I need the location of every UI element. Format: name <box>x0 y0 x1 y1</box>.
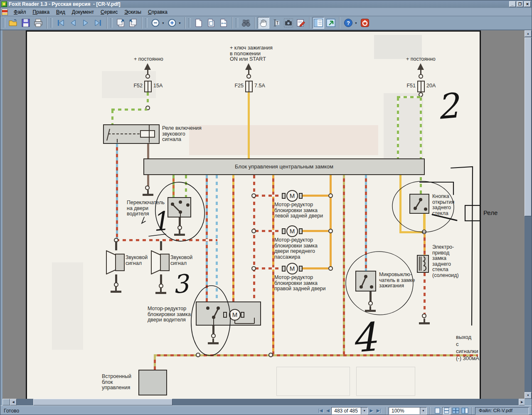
previous-view-button[interactable] <box>115 17 126 29</box>
single-page-layout-button[interactable] <box>433 407 441 415</box>
vertical-scrollbar[interactable]: ▲ ▼ <box>525 30 532 399</box>
toolbar-grip[interactable] <box>236 18 238 27</box>
scroll-down-button[interactable]: ▼ <box>525 392 532 399</box>
horizontal-scrollbar[interactable]: ◀ ▶ <box>2 399 525 405</box>
svg-text:T: T <box>276 21 278 25</box>
zoom-combo[interactable]: 100% ▼ <box>389 407 427 415</box>
toolbar-grip[interactable] <box>188 18 191 27</box>
status-next-page-button[interactable]: ▶ <box>368 408 374 413</box>
ignition-microswitch-label: Микровыклю- чатель в замке зажигания <box>379 272 415 289</box>
exit-power-icon <box>360 18 370 28</box>
horizontal-scroll-thumb[interactable] <box>33 399 172 405</box>
menu-view[interactable]: Вид <box>53 8 69 16</box>
snapshot-camera-icon <box>283 18 293 28</box>
bleed-through-artifact <box>374 35 422 59</box>
zoom-out-button[interactable] <box>150 17 161 29</box>
zoom-in-dropdown[interactable]: ▼ <box>178 22 181 25</box>
scrollbar-corner <box>525 399 532 405</box>
ground-symbol <box>111 287 121 294</box>
foxit-app-icon[interactable] <box>1 1 7 7</box>
fit-page-button[interactable] <box>205 17 217 29</box>
status-first-page-button[interactable]: |◀ <box>316 408 324 413</box>
ground-symbol <box>174 230 185 237</box>
restore-button[interactable]: ❐ <box>517 1 523 7</box>
menu-help[interactable]: Справка <box>145 8 171 16</box>
close-button[interactable]: ✕ <box>524 1 531 7</box>
goto-view-button[interactable] <box>325 17 337 29</box>
minimize-button[interactable]: _ <box>509 1 516 7</box>
prev-page-icon <box>68 18 78 28</box>
window-title: Foxit Reader 1.3 - Русская версия - [CR-… <box>9 1 121 7</box>
toolbar-grip[interactable] <box>50 18 53 27</box>
actual-size-button[interactable] <box>193 17 204 29</box>
single-page-icon <box>435 408 440 414</box>
menu-edit[interactable]: Правка <box>30 8 53 16</box>
continuous-facing-layout-button[interactable] <box>461 407 469 415</box>
zoom-out-dropdown[interactable]: ▼ <box>162 22 165 25</box>
zoom-in-button[interactable] <box>166 17 178 29</box>
fit-width-button[interactable] <box>218 17 229 29</box>
fuse-f25-name: F25 <box>231 83 244 89</box>
hand-tool-button[interactable] <box>258 17 269 29</box>
select-text-button[interactable]: T <box>270 17 282 29</box>
status-text: Готово <box>4 408 19 414</box>
page-number-value[interactable]: 483 of 485 <box>332 408 361 414</box>
annotation-number-2: 2 <box>435 86 460 127</box>
binoculars-icon <box>241 18 251 28</box>
menu-thumbnails[interactable]: Эскизы <box>121 8 145 16</box>
solenoid-coil-icon <box>418 256 428 272</box>
last-page-icon <box>93 18 103 28</box>
page-number-dropdown[interactable]: ▼ <box>361 408 367 414</box>
annotation-number-1: 1 <box>150 205 170 237</box>
find-button[interactable] <box>240 17 252 29</box>
bleed-through-artifact <box>52 262 83 350</box>
next-view-button[interactable] <box>127 17 139 29</box>
scroll-left-button[interactable]: ◀ <box>10 399 17 405</box>
help-button[interactable]: ? <box>342 17 354 29</box>
horn-symbol <box>151 250 170 274</box>
toolbar-grip[interactable] <box>145 18 148 27</box>
ground-symbol <box>155 288 166 295</box>
relay-symbol <box>104 125 158 143</box>
horn-symbol <box>106 250 125 274</box>
vertical-scroll-thumb[interactable] <box>525 37 532 216</box>
fuse-f52-rating: 15A <box>153 83 163 89</box>
open-button[interactable] <box>7 17 19 29</box>
continuous-layout-button[interactable] <box>442 407 451 415</box>
next-page-button[interactable] <box>80 17 91 29</box>
svg-text:?: ? <box>347 20 350 26</box>
toolbar-grip[interactable] <box>3 18 5 27</box>
rear-window-button-label: Кнопка открытия заднего стекла <box>432 194 454 216</box>
driver-door-switch-box <box>167 197 191 217</box>
exit-button[interactable] <box>359 17 371 29</box>
menu-tools[interactable]: Сервис <box>97 8 121 16</box>
thumbnails-panel-button[interactable] <box>313 17 324 29</box>
fuse-f52-name: F52 <box>130 83 143 89</box>
snapshot-button[interactable] <box>283 17 294 29</box>
status-prev-page-button[interactable]: ◀ <box>325 408 331 413</box>
page-number-combo[interactable]: 483 of 485 ▼ <box>331 407 368 415</box>
motor-rear-left-label: Мотор-редуктор блокировки замка левой за… <box>274 202 323 219</box>
fuse-f25-rating: 7.5A <box>254 83 265 89</box>
prev-page-button[interactable] <box>67 17 79 29</box>
horn-relay-label: Реле включения звукового сигнала <box>162 126 202 143</box>
fit-width-icon <box>219 18 229 28</box>
ground-symbol <box>419 319 430 325</box>
print-button[interactable] <box>32 17 44 29</box>
zoom-dropdown[interactable]: ▼ <box>420 408 426 414</box>
last-page-button[interactable] <box>92 17 104 29</box>
menu-file[interactable]: Файл <box>10 8 30 16</box>
power-arrow-icon <box>245 63 252 70</box>
save-button[interactable] <box>20 17 32 29</box>
next-page-icon <box>81 18 91 28</box>
scroll-up-button[interactable]: ▲ <box>525 30 532 37</box>
menu-document[interactable]: Документ <box>69 8 97 16</box>
first-page-button[interactable] <box>55 17 66 29</box>
zoom-value[interactable]: 100% <box>389 408 420 414</box>
annotation-number-4: 4 <box>349 314 378 362</box>
status-last-page-button[interactable]: ▶| <box>375 408 383 413</box>
facing-layout-button[interactable] <box>451 407 460 415</box>
typewriter-button[interactable] <box>295 17 307 29</box>
toolbar-grip[interactable] <box>110 18 113 27</box>
help-dropdown[interactable]: ▼ <box>355 22 357 25</box>
